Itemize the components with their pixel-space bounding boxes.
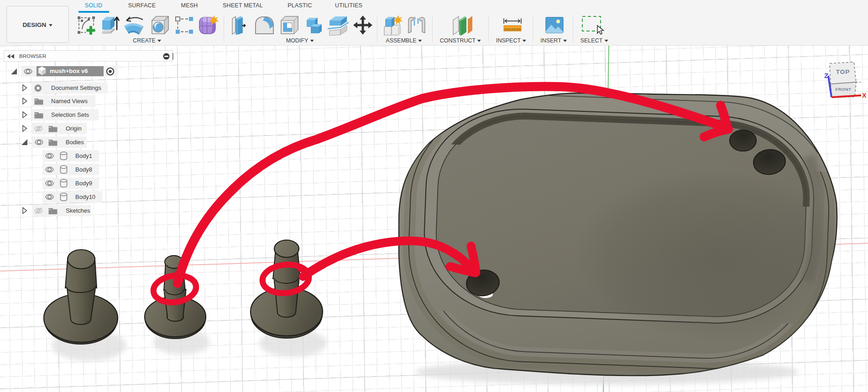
- svg-text:X: X: [862, 92, 867, 99]
- svg-text:FRONT: FRONT: [835, 87, 851, 92]
- svg-text:TOP: TOP: [836, 68, 850, 75]
- svg-text:Z: Z: [824, 72, 828, 79]
